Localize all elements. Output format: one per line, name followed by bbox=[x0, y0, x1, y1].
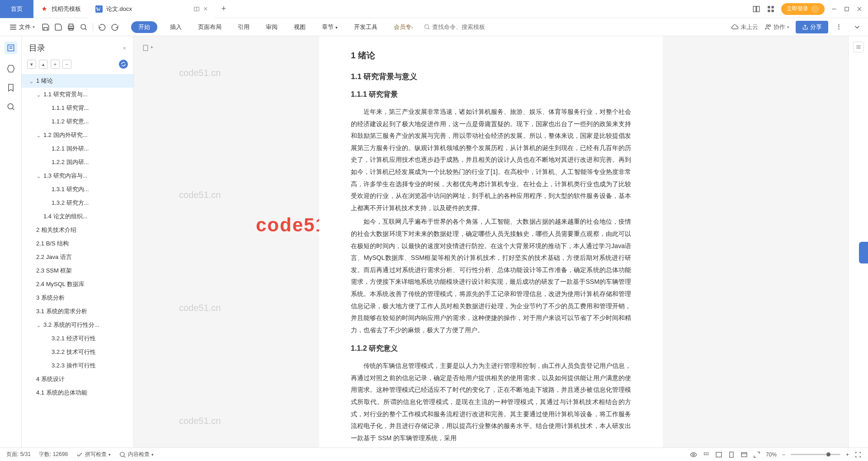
minimize-icon[interactable] bbox=[831, 6, 837, 12]
grid-icon[interactable] bbox=[703, 451, 710, 458]
ribbon-review[interactable]: 审阅 bbox=[262, 21, 281, 33]
outline-tree: ⌄1 绪论⌄1.1 研究背景与...1.1.1 研究背...1.1.2 研究意.… bbox=[22, 72, 133, 447]
tree-item[interactable]: ⌄1.1 研究背景与... bbox=[22, 88, 133, 101]
page-icon[interactable] bbox=[728, 451, 735, 458]
tree-item[interactable]: 1.2.2 国内研... bbox=[22, 155, 133, 169]
tree-item[interactable]: 3.1 系统的需求分析 bbox=[22, 305, 133, 318]
tab-template[interactable]: 找稻壳模板 bbox=[33, 0, 88, 18]
tree-item[interactable]: 2.1 B/S 结构 bbox=[22, 237, 133, 250]
expand-all-icon[interactable]: ▴ bbox=[39, 60, 48, 69]
view-mode-icon[interactable] bbox=[690, 451, 697, 458]
ribbon-dev[interactable]: 开发工具 bbox=[350, 21, 381, 33]
tree-item[interactable]: 1.3.2 研究方... bbox=[22, 196, 133, 210]
maximize-icon[interactable] bbox=[844, 6, 850, 12]
outline-icon[interactable] bbox=[5, 42, 17, 54]
tree-item[interactable]: 3.2.3 操作可行性 bbox=[22, 359, 133, 372]
hamburger-menu[interactable]: 文件▾ bbox=[5, 23, 38, 31]
side-tab[interactable] bbox=[859, 242, 868, 263]
zoom-slider[interactable] bbox=[791, 454, 840, 455]
titlebar: 首页 找稻壳模板 论文.docx× + 立即登录 bbox=[0, 0, 868, 18]
tab-document[interactable]: 论文.docx× bbox=[88, 0, 215, 18]
search-input[interactable] bbox=[432, 24, 508, 30]
spell-check[interactable]: 拼写检查 ▾ bbox=[76, 451, 111, 458]
fit-icon[interactable] bbox=[753, 451, 760, 458]
tree-item[interactable]: 4.1 系统的总体功能 bbox=[22, 386, 133, 400]
page-indicator[interactable]: 页面: 5/31 bbox=[6, 451, 31, 458]
tree-item[interactable]: 1.3.1 研究内... bbox=[22, 183, 133, 196]
tree-item[interactable]: 1.1.2 研究意... bbox=[22, 115, 133, 128]
tree-item[interactable]: 2 相关技术介绍 bbox=[22, 223, 133, 237]
close-window-icon[interactable] bbox=[856, 6, 863, 12]
outline-close-icon[interactable]: × bbox=[123, 45, 126, 52]
zoom-out-icon[interactable]: − bbox=[782, 452, 785, 458]
preview-icon[interactable] bbox=[80, 23, 88, 31]
tree-label: 2.2 Java 语言 bbox=[36, 253, 72, 261]
layout-icon[interactable] bbox=[752, 5, 760, 13]
ribbon-vip[interactable]: 会员专› bbox=[390, 21, 416, 33]
undo-icon[interactable] bbox=[98, 23, 106, 31]
ribbon-insert[interactable]: 插入 bbox=[166, 21, 185, 33]
new-tab-button[interactable]: + bbox=[215, 4, 232, 14]
ribbon-references[interactable]: 引用 bbox=[234, 21, 253, 33]
ribbon-layout[interactable]: 页面布局 bbox=[194, 21, 225, 33]
tab-home[interactable]: 首页 bbox=[0, 0, 33, 18]
tree-item[interactable]: 2.4 MySQL 数据库 bbox=[22, 278, 133, 291]
svg-rect-44 bbox=[741, 452, 747, 456]
ribbon-start[interactable]: 开始 bbox=[131, 21, 157, 33]
zoom-value[interactable]: 70% bbox=[766, 452, 777, 458]
fullscreen-icon[interactable] bbox=[854, 451, 862, 458]
share-button[interactable]: 分享 bbox=[796, 21, 828, 33]
sync-icon[interactable] bbox=[119, 60, 128, 69]
close-icon[interactable]: × bbox=[203, 5, 208, 13]
collaborate-button[interactable]: 协作 ▾ bbox=[764, 23, 789, 31]
svg-line-28 bbox=[12, 108, 14, 110]
redo-icon[interactable] bbox=[111, 23, 119, 31]
collapse-all-icon[interactable]: ▾ bbox=[27, 60, 36, 69]
content-check[interactable]: 内容检查 ▾ bbox=[119, 451, 154, 458]
tree-label: 1.3.1 研究内... bbox=[52, 185, 89, 193]
remove-item-icon[interactable]: − bbox=[62, 60, 71, 69]
tree-item[interactable]: 3 系统分析 bbox=[22, 291, 133, 305]
print-icon[interactable] bbox=[67, 23, 75, 31]
web-icon[interactable] bbox=[741, 451, 748, 458]
more-icon[interactable]: ⋮ bbox=[836, 23, 844, 31]
tree-item[interactable]: 3.2.1 经济可行性 bbox=[22, 332, 133, 345]
tree-item[interactable]: 3.2.2 技术可行性 bbox=[22, 345, 133, 359]
collapse-icon[interactable] bbox=[853, 23, 861, 31]
word-count[interactable]: 字数: 12698 bbox=[39, 451, 68, 458]
tree-item[interactable]: 1.1.1 研究背... bbox=[22, 101, 133, 115]
search-box[interactable] bbox=[424, 24, 508, 30]
tree-item[interactable]: 2.3 SSM 框架 bbox=[22, 264, 133, 278]
tree-item[interactable]: ⌄1.3 研究内容与... bbox=[22, 169, 133, 183]
tree-item[interactable]: ⌄1.2 国内外研究... bbox=[22, 128, 133, 142]
tree-item[interactable]: 1.2.1 国外研... bbox=[22, 142, 133, 155]
svg-point-40 bbox=[706, 454, 707, 455]
split-icon[interactable] bbox=[193, 6, 200, 12]
statusbar: 页面: 5/31 字数: 12698 拼写检查 ▾ 内容检查 ▾ 70% − + bbox=[0, 447, 868, 461]
cloud-status[interactable]: 未上云 bbox=[731, 23, 758, 31]
add-item-icon[interactable]: + bbox=[51, 60, 60, 69]
document-area[interactable]: ▸ code51.cn code51.cn code51.cn code51.c… bbox=[134, 36, 848, 447]
tree-label: 1.3.2 研究方... bbox=[52, 199, 89, 207]
login-button[interactable]: 立即登录 bbox=[781, 3, 825, 15]
tree-label: 2 相关技术介绍 bbox=[36, 226, 76, 234]
tree-item[interactable]: ⌄1 绪论 bbox=[22, 74, 133, 88]
svg-rect-4 bbox=[768, 6, 770, 8]
reading-icon[interactable] bbox=[715, 451, 722, 458]
tag-icon[interactable] bbox=[6, 64, 15, 73]
tree-item[interactable]: 1.4 论文的组织... bbox=[22, 210, 133, 223]
svg-point-37 bbox=[706, 452, 707, 453]
tree-item[interactable]: 4 系统设计 bbox=[22, 372, 133, 386]
apps-icon[interactable] bbox=[767, 5, 775, 13]
search-rail-icon[interactable] bbox=[6, 102, 15, 111]
ribbon-view[interactable]: 视图 bbox=[290, 21, 309, 33]
tree-item[interactable]: ⌄3.2 系统的可行性分... bbox=[22, 318, 133, 332]
page-marker[interactable]: ▸ bbox=[142, 44, 153, 52]
save-as-icon[interactable] bbox=[54, 23, 62, 31]
tree-item[interactable]: 2.2 Java 语言 bbox=[22, 250, 133, 264]
bookmark-icon[interactable] bbox=[6, 83, 15, 92]
zoom-in-icon[interactable]: + bbox=[846, 452, 849, 458]
right-toggle-icon[interactable] bbox=[853, 42, 864, 52]
ribbon-section[interactable]: 章节 ▾ bbox=[318, 21, 341, 33]
save-icon[interactable] bbox=[42, 23, 50, 31]
